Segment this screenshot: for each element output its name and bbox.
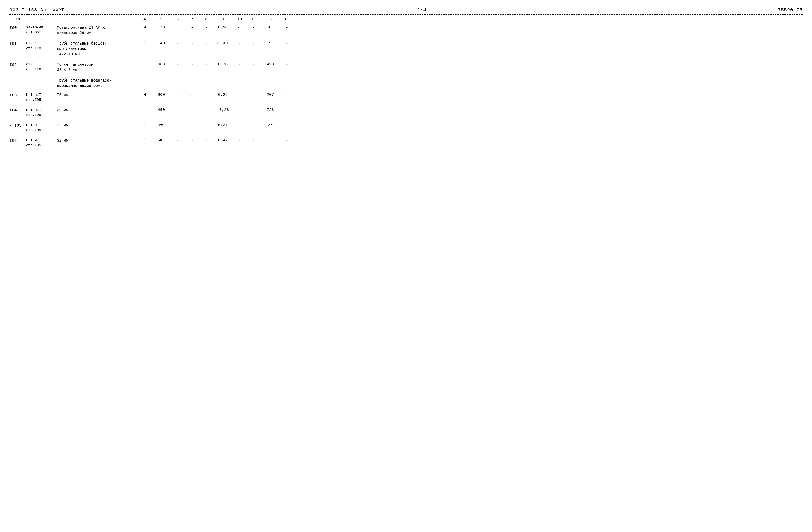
row-c9: 0,28 — [213, 92, 232, 97]
col-header-1: 1а — [10, 17, 26, 21]
row-c6: - — [171, 92, 185, 97]
row-number: I02. — [10, 62, 26, 67]
row-c8: - — [199, 62, 213, 67]
col-header-8: 8 — [199, 17, 213, 21]
row-c12: 30 — [261, 123, 280, 127]
row-c12: 420 — [261, 62, 280, 67]
row-ref: Ц I ч.Iстр.I05 — [26, 123, 57, 133]
section-header-text: Трубы стальные водогазо-проводные диамет… — [57, 78, 112, 89]
row-c10: - — [232, 92, 247, 97]
col-header-10: IO — [232, 17, 247, 21]
row-c12: I26 — [261, 107, 280, 112]
row-c6: - — [171, 107, 185, 112]
col-header-2: 2 — [26, 17, 57, 21]
row-c6: - — [171, 123, 185, 127]
row-c6: . — [171, 25, 185, 30]
row-number: I0I. — [10, 41, 26, 46]
row-unit: " — [137, 123, 152, 127]
header-left: 903-I-158 Ан. ХХУП — [10, 8, 65, 13]
col-header-11: II — [247, 17, 261, 21]
row-c13: - — [280, 107, 294, 112]
row-c9: 0,37 — [213, 123, 232, 127]
row-c9: 0,50I — [213, 41, 232, 45]
row-qty: 450 — [152, 107, 171, 112]
header-right: 75590-75 — [778, 8, 802, 13]
row-c8: - — [199, 92, 213, 97]
row-c12: 207 — [261, 92, 280, 97]
row-ref: 24-I6-49п.I-09I — [26, 25, 57, 35]
col-header-4: 4 — [137, 17, 152, 21]
col-header-13: I3 — [280, 17, 294, 21]
table-row: I0I. 0I-04стр.II0 Трубы стальные бесшов-… — [10, 41, 802, 57]
row-number: I00. — [10, 25, 26, 30]
row-c10: - — [232, 138, 247, 143]
table-row: I02. 0I-04стр.II6 То же, диаметром32 x 2… — [10, 62, 802, 73]
col-header-6: 6 — [171, 17, 185, 21]
col-header-12: I2 — [261, 17, 280, 21]
row-unit: " — [137, 62, 152, 67]
row-c8: - — [199, 107, 213, 112]
row-number: I06. — [10, 138, 26, 143]
row-desc: То же, диаметром32 x 2 мм — [57, 62, 137, 73]
row-c13: - — [280, 41, 294, 45]
row-number: I04. — [10, 107, 26, 113]
row-c7: - — [185, 123, 199, 127]
table-row: I03. Ц I ч.Iстр.I05 I5 мм М 900 - .- - 0… — [10, 92, 802, 102]
row-desc: 32 мм — [57, 138, 137, 143]
row-c10: - — [232, 123, 247, 127]
column-headers: 1а 2 3 4 5 6 7 8 9 IO II I2 I3 — [10, 16, 802, 23]
table-row: I04. Ц I ч.Iстр.I05 20 мм " 450 - - - ·0… — [10, 107, 802, 118]
row-c7: - — [185, 107, 199, 112]
row-qty: 600 — [152, 62, 171, 67]
section-header: Трубы стальные водогазо-проводные диамет… — [10, 78, 802, 89]
col-header-7: 7 — [185, 17, 199, 21]
col-header-9: 9 — [213, 17, 232, 21]
row-c9: 0,28 — [213, 25, 232, 30]
table-row: · I05. Ц I ч.Iстр.I05 25 мм " 80 - - -· … — [10, 123, 802, 133]
row-c13: - — [280, 25, 294, 30]
row-c7: - — [185, 138, 199, 143]
row-c7: - — [185, 62, 199, 67]
row-c9: ·0,28 — [213, 107, 232, 112]
row-qty: 80 — [152, 123, 171, 127]
row-unit: " — [137, 107, 152, 112]
col-header-3: 3 — [57, 17, 137, 21]
row-c8: - — [199, 25, 213, 30]
row-c6: - — [171, 138, 185, 143]
row-c13: - — [280, 138, 294, 143]
row-c6: - — [171, 41, 185, 45]
row-c9: 0,47 — [213, 138, 232, 143]
row-c10: - — [232, 41, 247, 45]
row-c8: -· — [199, 123, 213, 127]
top-divider — [10, 14, 802, 15]
row-ref: Ц I ч.Iстр.I05 — [26, 92, 57, 102]
row-c7: - — [185, 41, 199, 45]
row-unit: М — [137, 92, 152, 97]
row-qty: I70 — [152, 25, 171, 30]
row-c11: - — [247, 123, 261, 127]
row-desc: 25 мм — [57, 123, 137, 128]
row-qty: I40 — [152, 41, 171, 45]
row-c10: - — [232, 62, 247, 67]
row-desc: 20 мм — [57, 107, 137, 113]
row-c7: - — [185, 25, 199, 30]
row-c11: - — [247, 138, 261, 143]
row-qty: 900 — [152, 92, 171, 97]
header-center: - 274 - — [409, 7, 434, 13]
table-row: I06. Ц I ч.Iстр.I05 32 мм " 40 - - - 0,4… — [10, 138, 802, 148]
row-unit: " — [137, 138, 152, 143]
row-number: · I05. — [10, 123, 26, 128]
row-c12: 70 — [261, 41, 280, 45]
row-c10: - — [232, 107, 247, 112]
row-desc: Трубы стальные бесшов-ные диаметромI4x2-… — [57, 41, 137, 57]
col-header-5: 5 — [152, 17, 171, 21]
row-c13: - — [280, 92, 294, 97]
row-c10: -. — [232, 25, 247, 30]
table-row: I00. 24-I6-49п.I-09I Металлорукава I3-АЛ… — [10, 25, 802, 36]
row-c11: - — [247, 41, 261, 45]
row-c7: .- — [185, 92, 199, 97]
row-desc: I5 мм — [57, 92, 137, 98]
row-number: I03. — [10, 92, 26, 98]
row-c8: - — [199, 41, 213, 45]
row-ref: Ц I ч.Iстр.I05 — [26, 107, 57, 118]
